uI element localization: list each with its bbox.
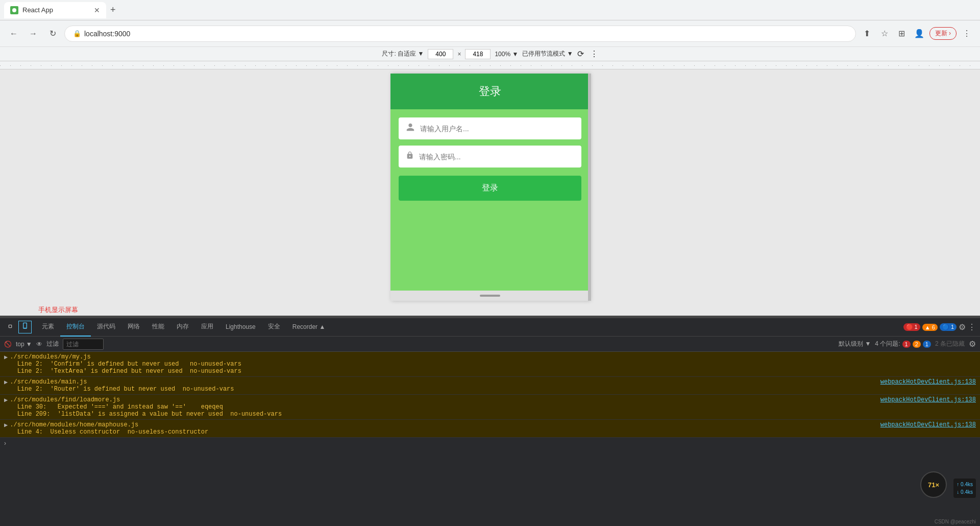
- top-context-selector[interactable]: top ▼: [16, 341, 32, 348]
- csdn-label: CSDN @peacezhi: [935, 519, 976, 524]
- issues-warn-badge: 2: [913, 341, 921, 348]
- profile-button[interactable]: 👤: [912, 27, 926, 41]
- console-line: ▶ ./src/modules/find/loadmore.js Line 30…: [0, 395, 980, 420]
- info-badge: 🔵 1: [940, 323, 957, 331]
- console-toolbar: 🚫 top ▼ 👁 过滤 默认级别 ▼ 4 个问题: 1 2 1 2 条已隐藏 …: [0, 337, 980, 352]
- console-line: ▶ ./src/modules/main.js Line 2: 'Router'…: [0, 377, 980, 395]
- console-prompt-icon: ›: [4, 440, 6, 447]
- console-line-source[interactable]: webpackHotDevClient.js:138: [880, 421, 976, 428]
- console-expand-arrow[interactable]: ▶: [4, 421, 8, 429]
- warning-badge: ▲ 6: [922, 324, 938, 331]
- user-icon: [406, 123, 415, 134]
- browser-actions: ⬆ ☆ ⊞ 👤 更新 › ⋮: [860, 27, 974, 41]
- devtools-tabs-bar: 元素 控制台 源代码 网络 性能 内存 应用 Lighthouse 安全 Rec…: [0, 318, 980, 337]
- login-title: 登录: [401, 84, 579, 99]
- ruler-line: [0, 65, 980, 66]
- new-tab-button[interactable]: +: [106, 3, 120, 17]
- console-input-line: ›: [0, 438, 980, 449]
- console-output[interactable]: ▶ ./src/modules/my/my.js Line 2: 'Confir…: [0, 352, 980, 526]
- tab-security[interactable]: 安全: [262, 318, 286, 337]
- login-header: 登录: [390, 74, 590, 109]
- console-line-text: ./src/modules/find/loadmore.js Line 30: …: [10, 396, 876, 418]
- console-line: ▶ ./src/home/modules/home/maphouse.js Li…: [0, 420, 980, 438]
- issues-info-badge: 1: [923, 341, 931, 348]
- password-input-group: [399, 146, 581, 168]
- tab-performance[interactable]: 性能: [146, 318, 170, 337]
- more-icon[interactable]: ⋮: [590, 49, 598, 59]
- lock-icon: [406, 151, 414, 162]
- svg-rect-1: [9, 325, 11, 327]
- username-input[interactable]: [420, 125, 574, 133]
- width-input[interactable]: [428, 49, 453, 59]
- dimension-separator: ×: [457, 51, 461, 58]
- zoom-control[interactable]: 100% ▼: [495, 51, 518, 58]
- devtools-side-icons: [4, 321, 32, 333]
- login-button[interactable]: 登录: [399, 176, 581, 201]
- share-button[interactable]: ⬆: [860, 27, 874, 41]
- default-levels-selector[interactable]: 默认级别 ▼: [839, 340, 871, 348]
- extensions-button[interactable]: ⊞: [895, 27, 909, 41]
- reload-button[interactable]: ↻: [45, 26, 60, 41]
- device-mode-button[interactable]: [18, 321, 32, 333]
- password-input[interactable]: [419, 153, 574, 161]
- svg-rect-2: [23, 323, 27, 328]
- devtools-settings-button[interactable]: ⚙: [959, 322, 966, 332]
- console-line: ▶ ./src/modules/my/my.js Line 2: 'Confir…: [0, 352, 980, 377]
- tab-application[interactable]: 应用: [195, 318, 219, 337]
- tab-sources[interactable]: 源代码: [91, 318, 121, 337]
- rotate-icon[interactable]: ⟳: [577, 49, 584, 59]
- menu-button[interactable]: ⋮: [960, 27, 974, 41]
- inspect-element-button[interactable]: [4, 321, 16, 333]
- eye-filter-button[interactable]: 👁: [36, 341, 42, 348]
- throttle-control[interactable]: 已停用节流模式 ▼: [522, 50, 573, 58]
- forward-button[interactable]: →: [26, 26, 41, 41]
- issues-error-badge: 1: [902, 341, 911, 348]
- size-label[interactable]: 尺寸: 自适应 ▼: [382, 50, 424, 58]
- console-line-text: ./src/home/modules/home/maphouse.js Line…: [10, 421, 876, 436]
- tab-recorder[interactable]: Recorder ▲: [286, 318, 332, 337]
- browser-tab-bar: React App ✕ +: [0, 0, 980, 20]
- tab-close-button[interactable]: ✕: [94, 6, 100, 14]
- svg-point-0: [12, 8, 16, 12]
- devtools-right-icons: 🔴 1 ▲ 6 🔵 1 ⚙ ⋮: [903, 322, 976, 332]
- browser-address-bar-row: ← → ↻ 🔒 localhost:9000 ⬆ ☆ ⊞ 👤 更新 › ⋮: [0, 20, 980, 47]
- tab-console[interactable]: 控制台: [60, 318, 91, 337]
- filter-label: 过滤: [46, 340, 59, 348]
- issues-count: 4 个问题: 1 2 1: [875, 340, 931, 348]
- address-bar[interactable]: 🔒 localhost:9000: [64, 26, 856, 42]
- mobile-preview-frame: 登录 登录: [390, 74, 590, 301]
- active-tab[interactable]: React App ✕: [4, 2, 106, 18]
- fps-counter: 71×: [920, 471, 947, 498]
- bookmark-button[interactable]: ☆: [877, 27, 892, 41]
- height-input[interactable]: [465, 49, 491, 59]
- console-line-source[interactable]: webpackHotDevClient.js:138: [880, 396, 976, 403]
- console-line-text: ./src/modules/my/my.js Line 2: 'Confirm'…: [10, 353, 972, 375]
- login-page: 登录 登录: [390, 74, 590, 291]
- phone-screen-label: 手机显示屏幕: [38, 305, 78, 315]
- frame-resize-handle[interactable]: [588, 74, 591, 301]
- url-text: localhost:9000: [84, 30, 130, 38]
- devtools-more-button[interactable]: ⋮: [968, 322, 976, 332]
- tab-lighthouse[interactable]: Lighthouse: [219, 318, 262, 337]
- console-expand-arrow[interactable]: ▶: [4, 378, 8, 386]
- update-button[interactable]: 更新 ›: [929, 27, 957, 40]
- devtools-panel: 元素 控制台 源代码 网络 性能 内存 应用 Lighthouse 安全 Rec…: [0, 316, 980, 526]
- tab-network[interactable]: 网络: [121, 318, 146, 337]
- preview-area: 登录 登录: [0, 69, 980, 316]
- console-filter-input[interactable]: [63, 339, 104, 350]
- ruler-ticks: [0, 61, 980, 69]
- network-speed-badge: ↑ 0.4ks ↓ 0.4ks: [953, 479, 976, 498]
- console-settings-button[interactable]: ⚙: [969, 339, 976, 349]
- tab-title: React App: [22, 6, 53, 14]
- console-expand-arrow[interactable]: ▶: [4, 353, 8, 361]
- console-input[interactable]: [8, 440, 976, 447]
- hidden-issues-count: 2 条已隐藏: [935, 340, 965, 348]
- device-toolbar: 尺寸: 自适应 ▼ × 100% ▼ 已停用节流模式 ▼ ⟳ ⋮: [0, 47, 980, 61]
- tab-elements[interactable]: 元素: [36, 318, 60, 337]
- back-button[interactable]: ←: [6, 26, 21, 41]
- error-badge: 🔴 1: [903, 323, 920, 331]
- console-line-source[interactable]: webpackHotDevClient.js:138: [880, 378, 976, 386]
- clear-console-button[interactable]: 🚫: [4, 341, 12, 348]
- console-expand-arrow[interactable]: ▶: [4, 396, 8, 404]
- tab-memory[interactable]: 内存: [170, 318, 195, 337]
